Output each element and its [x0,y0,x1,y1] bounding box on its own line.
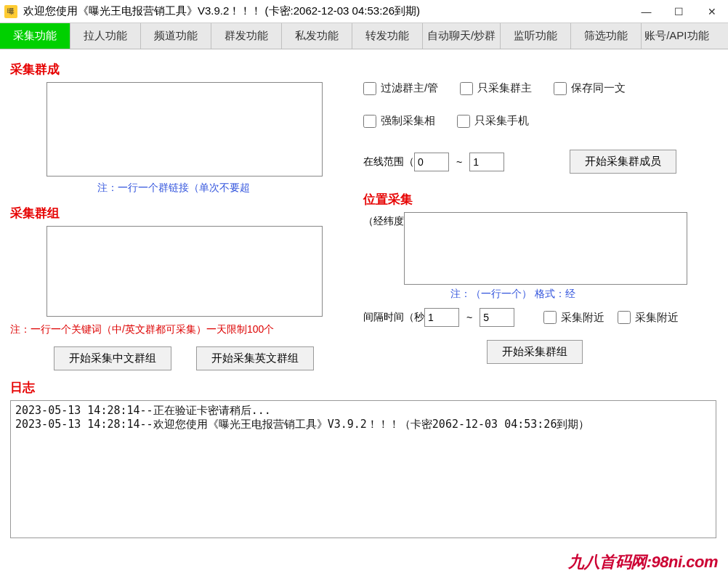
chk-only-admin-label: 只采集群主 [477,81,532,95]
start-collect-en-button[interactable]: 开始采集英文群组 [196,346,314,370]
tab-monitor[interactable]: 监听功能 [501,23,571,49]
chk-filter-admin[interactable]: 过滤群主/管 [363,81,438,95]
section-title-location: 位置采集 [363,191,719,208]
keywords-textarea[interactable] [46,226,323,317]
online-to-input[interactable] [469,153,504,171]
section-title-members: 采集群成 [10,61,352,78]
interval-label: 间隔时间（秒 [363,311,424,324]
chk-only-mobile[interactable]: 只采集手机 [457,114,529,128]
start-collect-zh-button[interactable]: 开始采集中文群组 [54,346,171,370]
chk-force-collect-input[interactable] [363,115,376,128]
online-tilde: ~ [456,156,462,168]
tab-collect[interactable]: 采集功能 [0,23,70,49]
chk-attach1[interactable]: 采集附近 [543,311,604,325]
interval-tilde: ~ [466,312,472,323]
tab-groupsend[interactable]: 群发功能 [211,23,282,49]
chk-only-admin[interactable]: 只采集群主 [460,81,532,95]
chk-save-same[interactable]: 保存同一文 [554,81,626,95]
tabbar: 采集功能 拉人功能 频道功能 群发功能 私发功能 转发功能 自动聊天/炒群 监听… [0,23,728,49]
tab-forward[interactable]: 转发功能 [352,23,423,49]
right-column: 过滤群主/管 只采集群主 保存同一文 强制采集相 只采集手机 [363,57,719,364]
latlon-format-note: 注：（一行一个） 格式：经 [450,288,719,301]
chk-save-same-input[interactable] [554,82,567,95]
chk-force-collect-label: 强制采集相 [381,114,435,128]
window-title: 欢迎您使用《曝光王电报营销工具》V3.9.2！！！ (卡密:2062-12-03… [23,4,630,18]
chk-force-collect[interactable]: 强制采集相 [363,114,435,128]
left-column: 采集群成 注：一行一个群链接（单次不要超 采集群组 注：一行一个关键词（中/英文… [10,61,352,370]
app-icon: 曝 [4,5,17,18]
chk-attach2-input[interactable] [618,311,631,324]
watermark: 九八首码网:98ni.com [568,551,718,573]
group-links-textarea[interactable] [46,82,323,177]
online-from-input[interactable] [414,153,449,171]
chk-only-mobile-input[interactable] [457,115,470,128]
chk-only-mobile-label: 只采集手机 [474,114,529,128]
interval-to-input[interactable] [480,308,514,327]
start-collect-members-button[interactable]: 开始采集群成员 [570,150,676,174]
tab-autochat[interactable]: 自动聊天/炒群 [423,23,501,49]
chk-only-admin-input[interactable] [460,82,473,95]
tab-privatesend[interactable]: 私发功能 [282,23,352,49]
online-range-label: 在线范围（ [363,155,414,169]
interval-from-input[interactable] [424,308,459,327]
section-title-log: 日志 [10,379,718,396]
log-section: 日志 2023-05-13 14:28:14--正在验证卡密请稍后... 202… [10,379,718,538]
start-collect-location-button[interactable]: 开始采集群组 [487,340,583,364]
tab-channel[interactable]: 频道功能 [141,23,211,49]
window-controls: — ☐ ✕ [630,0,728,23]
latlon-textarea[interactable] [404,212,687,285]
tab-filter[interactable]: 筛选功能 [571,23,642,49]
group-links-note: 注：一行一个群链接（单次不要超 [97,182,352,195]
chk-attach1-input[interactable] [543,311,557,324]
tab-account-api[interactable]: 账号/API功能 [642,23,728,49]
latlon-label: （经纬度 [363,215,404,285]
content-area: 采集群成 注：一行一个群链接（单次不要超 采集群组 注：一行一个关键词（中/英文… [0,49,728,538]
log-textarea[interactable]: 2023-05-13 14:28:14--正在验证卡密请稍后... 2023-0… [10,400,716,538]
chk-save-same-label: 保存同一文 [571,81,626,95]
close-button[interactable]: ✕ [695,0,728,23]
maximize-button[interactable]: ☐ [663,0,695,23]
chk-filter-admin-input[interactable] [363,82,376,95]
minimize-button[interactable]: — [630,0,663,23]
tab-invite[interactable]: 拉人功能 [70,23,141,49]
chk-attach2-label: 采集附近 [635,311,679,325]
keywords-note: 注：一行一个关键词（中/英文群都可采集）一天限制100个 [10,323,352,336]
chk-filter-admin-label: 过滤群主/管 [381,81,438,95]
chk-attach1-label: 采集附近 [561,311,604,325]
section-title-keywords: 采集群组 [10,205,352,222]
titlebar: 曝 欢迎您使用《曝光王电报营销工具》V3.9.2！！！ (卡密:2062-12-… [0,0,728,23]
chk-attach2[interactable]: 采集附近 [618,311,679,325]
